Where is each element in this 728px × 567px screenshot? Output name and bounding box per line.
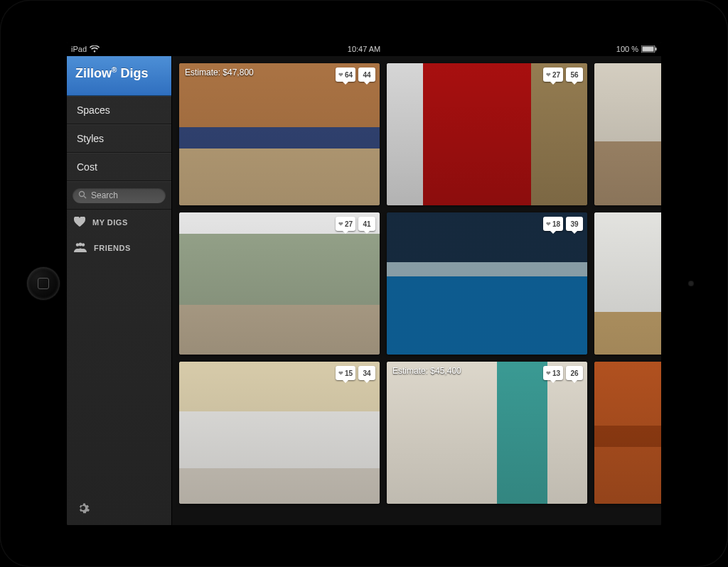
- sidebar: Zillow® Digs Spaces Styles Cost Search: [67, 56, 172, 525]
- friends-icon: [74, 242, 87, 254]
- likes-badge[interactable]: ❤64: [336, 68, 355, 82]
- heart-icon: ❤: [338, 72, 343, 78]
- photo-grid: Estimate: $47,800❤6444❤2756❤2741❤1839❤15…: [179, 63, 661, 504]
- comments-count: 56: [570, 71, 578, 79]
- room-photo: [387, 362, 587, 504]
- status-bar: iPad 10:47 AM 100 %: [67, 42, 661, 56]
- comments-badge[interactable]: 39: [566, 217, 583, 231]
- tile-badges: ❤1534: [336, 366, 375, 380]
- comments-count: 44: [363, 71, 370, 79]
- estimate-label: Estimate: $45,400: [392, 366, 461, 376]
- tile-badges: ❤2756: [543, 68, 583, 82]
- photo-tile[interactable]: ❤1534: [179, 362, 380, 504]
- svg-point-5: [76, 243, 79, 246]
- photo-tile[interactable]: Estimate: $47,800❤6444: [179, 63, 380, 205]
- comments-count: 41: [363, 220, 370, 228]
- room-photo: [594, 63, 661, 205]
- likes-badge[interactable]: ❤18: [543, 217, 563, 231]
- comments-count: 34: [363, 369, 370, 377]
- screen: iPad 10:47 AM 100 % Zillow® Digs Spaces …: [67, 42, 661, 525]
- search-icon: [78, 190, 87, 201]
- heart-icon: ❤: [546, 221, 551, 227]
- my-digs-label: MY DIGS: [92, 218, 128, 227]
- heart-icon: ❤: [338, 370, 343, 377]
- comments-badge[interactable]: 26: [566, 366, 583, 380]
- likes-badge[interactable]: ❤27: [336, 217, 355, 231]
- photo-tile[interactable]: ❤2741: [179, 212, 380, 355]
- tile-badges: ❤1839: [543, 217, 583, 231]
- sidebar-spacer: [67, 261, 171, 493]
- sidebar-item-my-digs[interactable]: MY DIGS: [67, 210, 171, 235]
- home-button[interactable]: [27, 267, 60, 300]
- ipad-frame: iPad 10:47 AM 100 % Zillow® Digs Spaces …: [0, 0, 728, 567]
- svg-line-4: [84, 196, 86, 198]
- photo-tile[interactable]: ❤2756: [387, 63, 587, 205]
- wifi-icon: [90, 45, 100, 53]
- likes-count: 15: [345, 369, 353, 377]
- sidebar-item-cost[interactable]: Cost: [67, 153, 171, 181]
- heart-icon: ❤: [338, 221, 343, 227]
- room-photo: [179, 362, 380, 504]
- comments-badge[interactable]: 41: [358, 217, 375, 231]
- likes-badge[interactable]: ❤13: [543, 366, 563, 380]
- photo-tile[interactable]: [594, 212, 661, 355]
- svg-point-7: [82, 243, 85, 246]
- room-photo: [594, 212, 661, 355]
- brand-suffix: Digs: [120, 66, 148, 80]
- sidebar-item-spaces[interactable]: Spaces: [67, 96, 171, 124]
- comments-badge[interactable]: 34: [358, 366, 375, 380]
- likes-count: 64: [345, 71, 353, 79]
- likes-count: 27: [345, 220, 353, 228]
- room-photo: [179, 63, 380, 205]
- svg-point-3: [80, 191, 85, 196]
- comments-badge[interactable]: 44: [358, 68, 375, 82]
- front-camera: [688, 281, 694, 286]
- svg-rect-1: [643, 47, 654, 52]
- likes-count: 18: [552, 220, 560, 228]
- content-area[interactable]: Estimate: $47,800❤6444❤2756❤2741❤1839❤15…: [172, 56, 661, 525]
- likes-count: 13: [552, 369, 560, 377]
- clock: 10:47 AM: [348, 45, 380, 53]
- search-input[interactable]: Search: [73, 188, 166, 203]
- battery-label: 100 %: [616, 45, 638, 53]
- photo-tile[interactable]: ❤1839: [387, 212, 587, 355]
- photo-tile[interactable]: [594, 63, 661, 205]
- estimate-label: Estimate: $47,800: [185, 68, 254, 77]
- likes-badge[interactable]: ❤15: [336, 366, 355, 380]
- photo-tile[interactable]: Estimate: $45,400❤1326: [387, 362, 587, 504]
- room-photo: [179, 212, 380, 355]
- room-photo: [594, 362, 661, 504]
- likes-count: 27: [552, 71, 560, 79]
- photo-tile[interactable]: [594, 362, 661, 504]
- battery-icon: [641, 45, 657, 53]
- comments-badge[interactable]: 56: [566, 68, 583, 82]
- tile-badges: ❤1326: [543, 366, 583, 380]
- comments-count: 39: [570, 220, 578, 228]
- room-photo: [387, 63, 587, 205]
- heart-icon: ❤: [546, 370, 551, 377]
- app: Zillow® Digs Spaces Styles Cost Search: [67, 56, 661, 525]
- brand-reg: ®: [112, 66, 117, 74]
- heart-icon: [74, 217, 85, 228]
- search-placeholder: Search: [91, 190, 118, 200]
- svg-point-6: [79, 243, 82, 247]
- brand-header[interactable]: Zillow® Digs: [67, 56, 171, 96]
- settings-button[interactable]: [67, 493, 171, 525]
- tile-badges: ❤2741: [336, 217, 375, 231]
- comments-count: 26: [570, 369, 578, 377]
- heart-icon: ❤: [546, 72, 551, 78]
- tile-badges: ❤6444: [336, 68, 375, 82]
- svg-rect-2: [655, 48, 657, 50]
- brand-name: Zillow: [75, 66, 112, 80]
- device-label: iPad: [71, 45, 87, 53]
- sidebar-item-friends[interactable]: FRIENDS: [67, 235, 171, 261]
- likes-badge[interactable]: ❤27: [543, 68, 563, 82]
- gear-icon: [77, 506, 90, 517]
- room-photo: [387, 212, 587, 355]
- search-row: Search: [67, 181, 171, 210]
- sidebar-item-styles[interactable]: Styles: [67, 124, 171, 153]
- friends-label: FRIENDS: [94, 244, 131, 252]
